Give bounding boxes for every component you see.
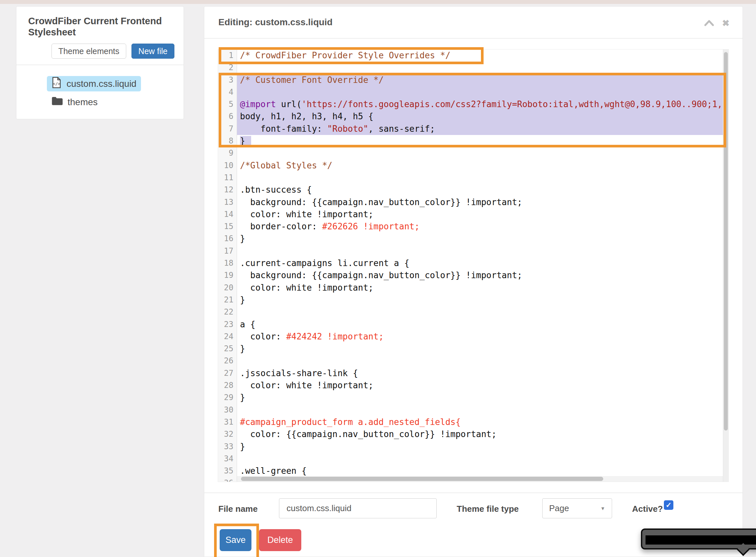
line-number: 18 — [218, 257, 237, 269]
line-number: 33 — [218, 441, 237, 453]
line-number: 10 — [218, 159, 237, 172]
line-number: 13 — [218, 196, 237, 208]
editor-panel-title: Editing: custom.css.liquid — [218, 17, 332, 28]
line-number: 12 — [218, 184, 237, 196]
line-number: 25 — [218, 343, 237, 355]
file-item-label: themes — [67, 97, 98, 108]
header-divider — [204, 38, 743, 39]
code-lines[interactable]: /* CrowdFiber Provider Style Overrides *… — [237, 50, 728, 481]
line-number: 2 — [218, 62, 237, 74]
code-line — [237, 245, 728, 257]
code-line: /*Global Styles */ — [237, 159, 728, 172]
line-number: 1 — [218, 50, 237, 62]
redaction-bar — [645, 535, 756, 545]
line-number: 20 — [218, 282, 237, 294]
tooltip-popup: * 110southblvd (Chann — [641, 528, 756, 550]
code-gutter: 1234567891011121314151617181920212223242… — [218, 50, 237, 481]
horizontal-scrollbar[interactable] — [237, 476, 723, 481]
line-number: 3 — [218, 74, 237, 86]
file-list: </> custom.css.liquid themes — [47, 76, 141, 110]
code-line: .jssocials-share-link { — [237, 367, 728, 379]
sidebar-title: CrowdFiber Current Frontend Stylesheet — [28, 16, 169, 38]
code-line: color: #424242 !important; — [237, 331, 728, 343]
collapse-chevron-up-icon[interactable] — [704, 20, 714, 28]
line-number: 29 — [218, 391, 237, 404]
code-line — [237, 86, 728, 98]
code-editor[interactable]: 1234567891011121314151617181920212223242… — [218, 49, 729, 482]
code-line: } — [237, 233, 728, 245]
code-line — [237, 355, 728, 367]
top-strip — [0, 0, 756, 4]
line-number: 5 — [218, 98, 237, 110]
line-number: 34 — [218, 453, 237, 465]
file-item-themes[interactable]: themes — [47, 94, 141, 110]
line-number: 8 — [218, 135, 237, 147]
code-line: } — [237, 391, 728, 404]
code-line: color: white !important; — [237, 379, 728, 391]
line-number: 27 — [218, 367, 237, 379]
sidebar-divider — [17, 64, 184, 65]
code-line: color: {{campaign.nav_button_color}} !im… — [237, 428, 728, 440]
line-number: 28 — [218, 379, 237, 391]
theme-elements-button[interactable]: Theme elements — [52, 43, 126, 59]
code-line — [237, 306, 728, 318]
code-line: body, h1, h2, h3, h4, h5 { — [237, 110, 728, 122]
theme-file-type-select[interactable]: Page ▼ — [542, 498, 612, 518]
code-line — [237, 62, 728, 74]
code-line — [237, 147, 728, 159]
svg-text:</>: </> — [53, 81, 60, 86]
delete-button[interactable]: Delete — [259, 529, 301, 551]
code-line: } — [237, 343, 728, 355]
line-number: 23 — [218, 319, 237, 331]
line-number: 22 — [218, 306, 237, 318]
line-number: 4 — [218, 86, 237, 98]
new-file-button[interactable]: New file — [132, 43, 174, 59]
folder-icon — [52, 96, 63, 108]
theme-file-type-label: Theme file type — [457, 504, 519, 514]
theme-file-type-value: Page — [549, 503, 569, 514]
code-line: a { — [237, 319, 728, 331]
line-number: 11 — [218, 172, 237, 184]
footer-divider — [204, 493, 743, 493]
code-line: color: white !important; — [237, 282, 728, 294]
code-line: /* Customer Font Override */ — [237, 74, 728, 86]
vertical-scrollbar-thumb[interactable] — [724, 52, 728, 431]
panel-header-icons: ✖ — [704, 19, 729, 28]
line-number: 15 — [218, 221, 237, 233]
code-line: border-color: #262626 !important; — [237, 221, 728, 233]
code-line: background: {{campaign.nav_button_color}… — [237, 269, 728, 282]
line-number: 30 — [218, 404, 237, 416]
line-number: 26 — [218, 355, 237, 367]
line-number: 16 — [218, 233, 237, 245]
line-number: 6 — [218, 110, 237, 122]
file-name-label: File name — [218, 504, 258, 514]
code-line: /* CrowdFiber Provider Style Overrides *… — [237, 50, 728, 62]
active-checkbox[interactable]: ✓ — [664, 500, 673, 510]
code-line — [237, 172, 728, 184]
line-number: 32 — [218, 428, 237, 440]
file-item-custom-css-liquid[interactable]: </> custom.css.liquid — [47, 76, 141, 91]
sidebar-button-row: Theme elements New file — [52, 43, 174, 59]
file-name-input[interactable] — [279, 498, 437, 518]
code-line: .well-green { — [237, 465, 728, 477]
code-line: background: {{campaign.nav_button_color}… — [237, 196, 728, 208]
active-label: Active? — [632, 504, 663, 514]
code-line: } — [237, 441, 728, 453]
horizontal-scrollbar-thumb[interactable] — [241, 477, 603, 481]
code-file-icon: </> — [52, 77, 62, 91]
vertical-scrollbar[interactable] — [723, 50, 728, 481]
code-line: font-family: "Roboto", sans-serif; — [237, 123, 728, 135]
line-number: 9 — [218, 147, 237, 159]
code-line — [237, 404, 728, 416]
save-button[interactable]: Save — [220, 529, 251, 551]
file-item-label: custom.css.liquid — [66, 79, 136, 89]
code-line — [237, 453, 728, 465]
code-line: color: white !important; — [237, 208, 728, 221]
code-line: @import url('https://fonts.googleapis.co… — [237, 98, 728, 110]
close-icon[interactable]: ✖ — [722, 19, 729, 28]
code-line: .current-campaigns li.current a { — [237, 257, 728, 269]
line-number: 14 — [218, 208, 237, 221]
line-number: 19 — [218, 269, 237, 282]
line-number: 35 — [218, 465, 237, 477]
chevron-down-icon: ▼ — [600, 505, 605, 511]
